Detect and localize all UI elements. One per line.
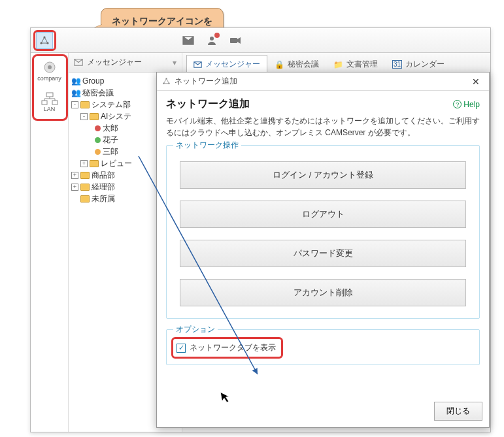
tab-label: カレンダー bbox=[405, 59, 445, 70]
tree-label: レビュー bbox=[101, 158, 132, 169]
dialog-description: モバイル端末、他社企業と連携するためにはネットワークを追加してください。ご利用す… bbox=[166, 115, 480, 138]
password-change-button[interactable]: パスワード変更 bbox=[180, 240, 466, 267]
logout-button[interactable]: ログアウト bbox=[180, 201, 466, 228]
lock-icon: 🔒 bbox=[275, 60, 284, 69]
lan-icon bbox=[41, 92, 58, 105]
folder-icon bbox=[80, 172, 90, 179]
collapse-icon[interactable]: - bbox=[80, 113, 88, 120]
options-group: オプション ✓ ネットワークタブを表示 bbox=[166, 329, 480, 365]
tree-label: 太郎 bbox=[103, 123, 118, 134]
button-label: ログイン / アカウント登録 bbox=[273, 169, 373, 181]
chevron-down-icon[interactable]: ▾ bbox=[173, 58, 176, 67]
tree-panel-tab-label: メッセンジャー bbox=[87, 57, 142, 68]
expand-icon[interactable]: + bbox=[80, 160, 88, 167]
tree-label: システム部 bbox=[92, 99, 131, 110]
svg-point-3 bbox=[210, 37, 214, 40]
dialog-titlebar: ネットワーク追加 ✕ bbox=[157, 73, 489, 91]
svg-rect-7 bbox=[46, 93, 53, 97]
svg-point-6 bbox=[48, 65, 52, 69]
account-delete-button[interactable]: アカウント削除 bbox=[180, 279, 466, 306]
expand-icon[interactable]: + bbox=[71, 184, 78, 191]
tab-calendar[interactable]: 31カレンダー bbox=[385, 55, 452, 73]
checkbox-icon: ✓ bbox=[176, 344, 186, 353]
close-button[interactable]: ✕ bbox=[468, 75, 484, 88]
sidebar-item-label: LAN bbox=[44, 106, 56, 112]
camera-icon-button[interactable] bbox=[229, 34, 242, 47]
mail-icon-button[interactable] bbox=[182, 34, 195, 47]
folder-icon: 📁 bbox=[333, 60, 343, 69]
group-legend: ネットワーク操作 bbox=[173, 140, 241, 151]
network-operations-group: ネットワーク操作 ログイン / アカウント登録 ログアウト パスワード変更 アカ… bbox=[166, 145, 480, 319]
status-dot-icon bbox=[95, 125, 101, 131]
dialog-close-button[interactable]: 閉じる bbox=[434, 402, 482, 421]
close-icon: ✕ bbox=[472, 76, 480, 87]
help-icon: ? bbox=[453, 100, 462, 108]
sidebar-item-company[interactable]: company bbox=[33, 56, 67, 86]
button-label: パスワード変更 bbox=[294, 248, 353, 259]
tree-label: 秘密会議 bbox=[82, 88, 114, 99]
group-legend: オプション bbox=[173, 324, 218, 335]
tree-label: Group bbox=[82, 76, 104, 86]
dialog-title: ネットワーク追加 bbox=[175, 76, 237, 87]
mail-icon bbox=[193, 61, 202, 68]
show-network-tab-checkbox[interactable]: ✓ ネットワークタブを表示 bbox=[173, 339, 281, 357]
status-dot-icon bbox=[95, 149, 101, 155]
network-icon bbox=[162, 77, 171, 86]
tree-label: 経理部 bbox=[92, 182, 115, 193]
button-label: ログアウト bbox=[302, 208, 344, 220]
dialog-footer: 閉じる bbox=[157, 398, 489, 427]
tab-label: 秘密会議 bbox=[288, 59, 319, 70]
tab-label: 文書管理 bbox=[346, 59, 378, 70]
tree-label: 三郎 bbox=[103, 146, 118, 157]
tab-secret[interactable]: 🔒秘密会議 bbox=[267, 55, 326, 73]
folder-icon bbox=[90, 160, 99, 167]
network-icon bbox=[39, 35, 50, 46]
svg-rect-9 bbox=[52, 101, 58, 105]
tree-label: 商品部 bbox=[92, 170, 115, 181]
group-icon: 👥 bbox=[71, 77, 80, 85]
folder-icon bbox=[80, 195, 90, 202]
network-add-dialog: ネットワーク追加 ✕ ネットワーク追加 ?Help モバイル端末、他社企業と連携… bbox=[156, 72, 490, 428]
sidebar-item-lan[interactable]: LAN bbox=[33, 87, 67, 117]
button-label: 閉じる bbox=[446, 406, 470, 415]
sidebar-item-label: company bbox=[37, 75, 61, 82]
group-icon: 👥 bbox=[71, 89, 80, 97]
network-sidebar: company LAN bbox=[31, 53, 69, 432]
dialog-heading: ネットワーク追加 bbox=[166, 97, 250, 111]
gear-icon bbox=[42, 60, 57, 74]
collapse-icon[interactable]: - bbox=[71, 101, 78, 108]
tree-label: 花子 bbox=[103, 135, 118, 146]
status-dot-icon bbox=[95, 137, 101, 143]
tree-label: 未所属 bbox=[92, 193, 115, 204]
button-label: アカウント削除 bbox=[294, 287, 353, 299]
help-label: Help bbox=[463, 100, 480, 109]
tree-panel-tab[interactable]: メッセンジャー ▾ bbox=[69, 53, 182, 73]
tab-messenger[interactable]: メッセンジャー bbox=[186, 55, 267, 73]
calendar-icon: 31 bbox=[392, 60, 402, 69]
network-button[interactable] bbox=[36, 32, 53, 49]
contact-icon-button[interactable] bbox=[205, 34, 218, 47]
svg-rect-8 bbox=[42, 101, 47, 105]
tab-bar: メッセンジャー 🔒秘密会議 📁文書管理 31カレンダー bbox=[182, 53, 490, 73]
expand-icon[interactable]: + bbox=[71, 172, 78, 179]
folder-icon bbox=[80, 184, 90, 191]
folder-icon bbox=[90, 113, 99, 120]
svg-rect-4 bbox=[230, 38, 237, 43]
help-link[interactable]: ?Help bbox=[453, 100, 480, 109]
tab-documents[interactable]: 📁文書管理 bbox=[326, 55, 385, 73]
login-register-button[interactable]: ログイン / アカウント登録 bbox=[180, 161, 466, 189]
checkbox-label: ネットワークタブを表示 bbox=[190, 342, 276, 353]
folder-icon bbox=[80, 101, 90, 108]
mail-icon bbox=[74, 59, 83, 66]
notification-dot-icon bbox=[214, 33, 220, 38]
tab-label: メッセンジャー bbox=[205, 59, 260, 70]
toolbar bbox=[31, 28, 490, 53]
tree-label: AIシステ bbox=[101, 111, 131, 122]
